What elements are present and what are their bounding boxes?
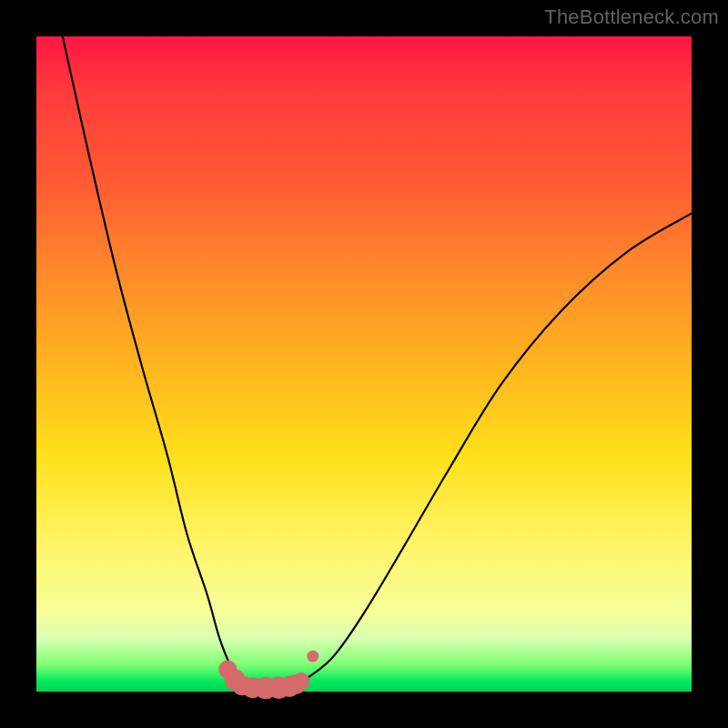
watermark-text: TheBottleneck.com	[544, 5, 719, 29]
bottleneck-curve	[63, 36, 692, 689]
valley-marker	[307, 651, 318, 662]
marker-group	[218, 651, 318, 700]
outer-frame: TheBottleneck.com	[0, 0, 728, 728]
plot-area	[36, 36, 692, 692]
curve-layer	[36, 36, 692, 692]
valley-marker	[293, 672, 310, 690]
